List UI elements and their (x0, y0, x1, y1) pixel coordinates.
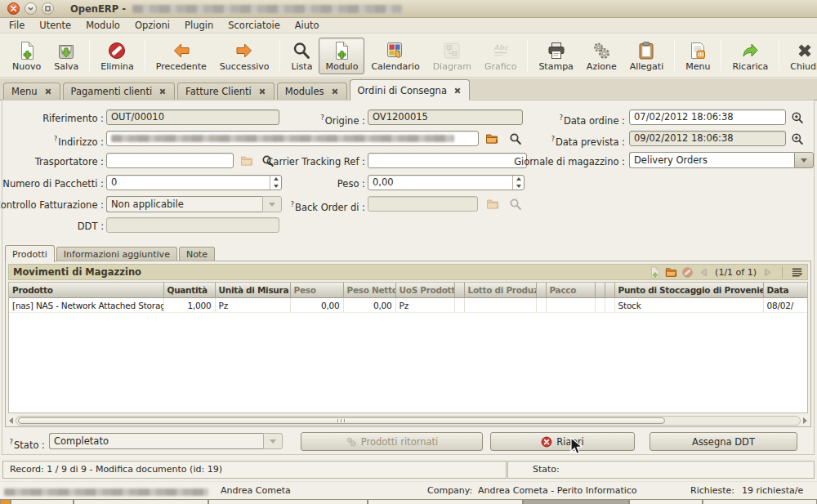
column-header-punto-di-stoccaggio-di-provenienza[interactable]: Punto di Stoccaggio di Provenienza (614, 283, 763, 298)
tab-pagamenti-clienti[interactable]: Pagamenti clienti (63, 83, 176, 100)
taskbar-item[interactable] (703, 499, 817, 504)
toolbar-allegati-button[interactable]: Allegati (623, 38, 671, 74)
menubar-item-opzioni[interactable]: Opzioni (127, 20, 177, 31)
tab-close-icon[interactable] (331, 87, 339, 96)
toolbar-ricarica-button[interactable]: Ricarica (725, 38, 775, 74)
date-picker-icon[interactable] (790, 132, 805, 145)
toolbar-successivo-button[interactable]: Successivo (213, 38, 276, 74)
search-icon[interactable] (508, 132, 523, 145)
scrollbar-trough[interactable] (16, 416, 801, 426)
taskbar-item[interactable] (74, 499, 208, 504)
open-resource-icon[interactable] (484, 132, 499, 145)
notebook-tab-informazioni-aggiuntive[interactable]: Informazioni aggiuntive (56, 247, 177, 261)
spinner-buttons[interactable] (512, 176, 524, 190)
open-record-icon[interactable] (665, 266, 677, 279)
menubar-item-plugin[interactable]: Plugin (177, 20, 221, 31)
toolbar-azione-button[interactable]: Azione (580, 38, 623, 74)
taskbar-item[interactable] (208, 499, 368, 504)
data-prevista-field[interactable]: 09/02/2012 18:06:38 (629, 131, 786, 146)
column-header-pacco[interactable]: Pacco (546, 283, 595, 298)
toolbar-button-label: Stampa (538, 61, 573, 72)
toolbar-precedente-button[interactable]: Precedente (150, 38, 213, 74)
dropdown-button[interactable] (262, 196, 282, 212)
scroll-left-icon[interactable] (9, 417, 13, 424)
switch-view-icon[interactable] (791, 266, 803, 279)
spin-up-icon[interactable] (513, 176, 524, 183)
window-maximize-button[interactable] (42, 2, 54, 15)
riferimento-field[interactable]: OUT/00010 (106, 109, 279, 125)
numero-pacchetti-spinner[interactable]: 0 (106, 175, 282, 190)
origine-field[interactable]: OV1200015 (368, 109, 523, 125)
taskbar-item-active[interactable] (523, 499, 629, 504)
horizontal-scrollbar[interactable] (9, 415, 807, 426)
menubar-item-modulo[interactable]: Modulo (78, 20, 127, 31)
trasportatore-field[interactable] (106, 153, 234, 168)
stato-combo[interactable]: Completato (49, 433, 283, 449)
dropdown-button[interactable] (794, 152, 814, 168)
tab-close-icon[interactable] (44, 87, 52, 96)
scroll-right-icon[interactable] (803, 417, 807, 424)
svg-text:Abc: Abc (493, 43, 509, 51)
toolbar-modulo-button[interactable]: Modulo (319, 38, 364, 74)
window-close-button[interactable] (7, 2, 20, 15)
toolbar-chiudi-button[interactable]: Chiudi (784, 38, 817, 74)
column-header-blank[interactable] (454, 283, 464, 298)
column-header-blank[interactable] (605, 283, 614, 298)
requests-value[interactable]: 19 richiesta/e (742, 485, 803, 496)
column-header-unit-di-misura[interactable]: Unità di Misura (215, 283, 290, 298)
riapri-button[interactable]: Riapri (490, 432, 635, 451)
giornale-combo[interactable]: Delivery Orders (629, 152, 814, 168)
spinner-buttons[interactable] (270, 176, 281, 190)
data-ordine-field[interactable]: 07/02/2012 18:06:38 (629, 109, 786, 125)
spin-down-icon[interactable] (513, 183, 524, 190)
table-row[interactable]: [nas] NAS - Network Attached Storage1,00… (9, 298, 808, 313)
tab-fatture-clienti[interactable]: Fatture Clienti (177, 83, 275, 100)
taskbar-item[interactable] (629, 499, 703, 504)
toolbar-elimina-button[interactable]: Elimina (94, 38, 141, 74)
spin-up-icon[interactable] (270, 176, 281, 183)
menubar-item-utente[interactable]: Utente (32, 20, 78, 31)
column-header-peso[interactable]: Peso (290, 283, 343, 298)
tab-ordini-di-consegna[interactable]: Ordini di Consegna (350, 79, 470, 100)
dropdown-button[interactable] (263, 433, 283, 449)
toolbar-calendario-button[interactable]: Calendario (364, 38, 426, 74)
column-header-blank[interactable] (536, 283, 546, 298)
toolbar-salva-button[interactable]: Salva (47, 38, 85, 74)
toolbar-separator (721, 40, 721, 71)
taskbar-item[interactable] (368, 499, 523, 504)
column-header-blank[interactable] (595, 283, 605, 298)
spin-down-icon[interactable] (270, 183, 281, 190)
taskbar-item[interactable] (11, 499, 74, 504)
toolbar-stampa-button[interactable]: Stampa (532, 38, 579, 74)
requests-label[interactable]: Richieste: (690, 485, 734, 496)
toolbar-nuovo-button[interactable]: Nuovo (6, 38, 47, 74)
column-header-prodotto[interactable]: Prodotto (9, 283, 163, 298)
column-header-lotto-di-produzione[interactable]: Lotto di Produzione (464, 283, 536, 298)
controllo-fatturazione-combo[interactable]: Non applicabile (106, 196, 282, 212)
column-header-peso-netto[interactable]: Peso Netto (343, 283, 395, 298)
peso-label: Peso : (337, 176, 365, 191)
menubar-item-aiuto[interactable]: Aiuto (288, 20, 327, 31)
tab-modules[interactable]: Modules (277, 83, 347, 100)
tab-close-icon[interactable] (158, 87, 167, 96)
column-header-uos-prodotto[interactable]: UoS Prodotto (395, 283, 454, 298)
tab-close-icon[interactable] (258, 87, 266, 96)
toolbar-lista-button[interactable]: Lista (284, 38, 319, 74)
tab-menu[interactable]: Menu (3, 83, 60, 100)
window-minimize-button[interactable] (25, 2, 37, 15)
menubar-item-file[interactable]: File (2, 20, 32, 31)
date-picker-icon[interactable] (790, 110, 805, 124)
column-header-quantit[interactable]: Quantità (163, 283, 215, 298)
carrier-tracking-field[interactable] (368, 153, 527, 168)
assegna-ddt-button[interactable]: Assegna DDT (650, 432, 797, 451)
notebook-tab-prodotti[interactable]: Prodotti (5, 245, 55, 262)
notebook-tab-note[interactable]: Note (179, 247, 215, 261)
taskbar-launcher[interactable] (0, 499, 11, 504)
peso-spinner[interactable]: 0,00 (368, 175, 525, 190)
indirizzo-field[interactable] (106, 131, 479, 146)
menubar-item-scorciatoie[interactable]: Scorciatoie (221, 20, 288, 31)
tab-close-icon[interactable] (453, 87, 462, 95)
toolbar-menu-button[interactable]: Menu (679, 38, 717, 74)
scrollbar-thumb[interactable] (18, 417, 665, 424)
column-header-data[interactable]: Data (763, 283, 808, 298)
